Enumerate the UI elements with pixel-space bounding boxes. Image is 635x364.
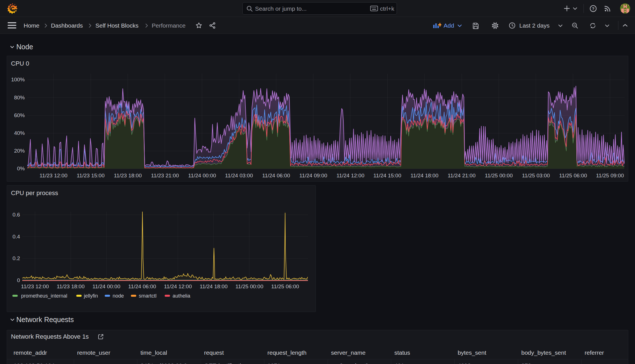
svg-text:?: ? [592,6,594,11]
